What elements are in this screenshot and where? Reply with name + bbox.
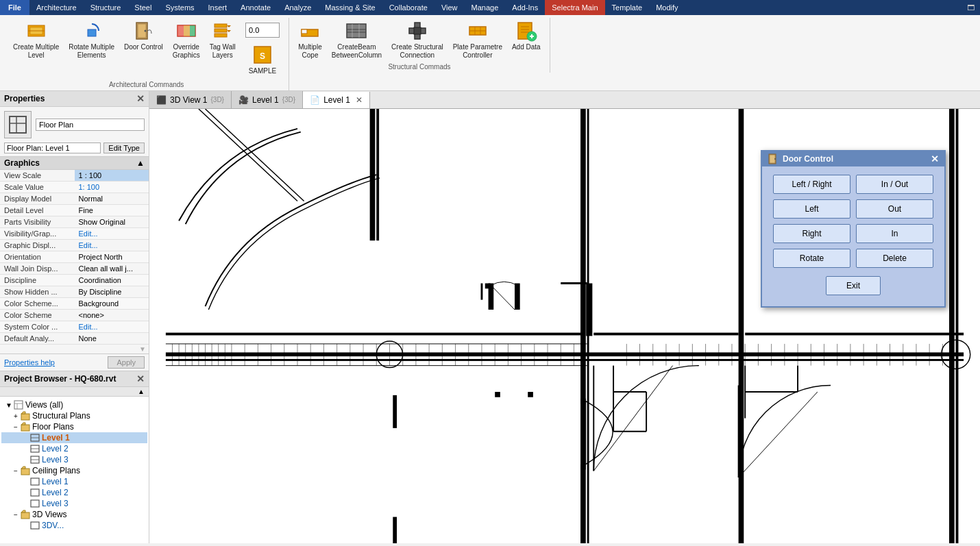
prop-row-system-color: System Color ... Edit... xyxy=(0,321,149,333)
scroll-up-btn[interactable]: ▲ xyxy=(134,387,149,396)
menu-manage[interactable]: Manage xyxy=(465,0,506,15)
rotate-multiple-btn[interactable]: Rotate MultipleElements xyxy=(65,18,118,62)
create-multiple-level-btn[interactable]: Create MultipleLevel xyxy=(10,18,62,62)
btn-out[interactable]: Out xyxy=(856,199,933,219)
browser-scroll-up[interactable]: ▲ xyxy=(0,387,149,397)
tab-level1-plan[interactable]: 📄 Level 1 ✕ xyxy=(303,92,370,109)
tree-toggle-ceiling: − xyxy=(11,467,21,475)
tree-fp-level2[interactable]: Level 2 xyxy=(1,443,147,454)
menu-selectra[interactable]: Selectra Main xyxy=(545,0,604,15)
dialog-exit-row: Exit xyxy=(773,276,933,295)
menu-template[interactable]: Template xyxy=(605,0,650,15)
plate-parameter-btn[interactable]: Plate ParametreController xyxy=(450,18,506,62)
dialog-close-btn[interactable]: ✕ xyxy=(931,153,939,164)
tree-views-all[interactable]: ▼ Views (all) xyxy=(1,399,147,410)
graphic-disp-value[interactable]: Edit... xyxy=(75,240,149,251)
create-structural-btn[interactable]: Create StructuralConnection xyxy=(388,18,447,62)
sample-btn[interactable]: S SAMPLE xyxy=(245,42,280,77)
svg-rect-148 xyxy=(528,392,533,397)
override-graphics-btn[interactable]: OverrideGraphics xyxy=(169,18,204,62)
tree-floor-plans[interactable]: − Floor Plans xyxy=(1,421,147,432)
tag-wall-layers-btn[interactable]: Tag WallLayers xyxy=(206,18,239,62)
sample-label: SAMPLE xyxy=(249,67,277,75)
view-icon-cp-l3 xyxy=(30,499,40,508)
edit-type-btn[interactable]: Edit Type xyxy=(103,142,145,153)
visibility-value[interactable]: Edit... xyxy=(75,228,149,240)
prop-row-parts-visibility: Parts Visibility Show Original xyxy=(0,216,149,228)
svg-rect-53 xyxy=(21,469,29,475)
menu-modify[interactable]: Modify xyxy=(649,0,685,15)
tree-3d-views[interactable]: − 3D Views xyxy=(1,509,147,520)
btn-left-right[interactable]: Left / Right xyxy=(773,175,850,194)
btn-exit[interactable]: Exit xyxy=(826,276,881,295)
prop-row-view-scale: View Scale 1 : 100 xyxy=(0,170,149,182)
menu-addins[interactable]: Add-Ins xyxy=(505,0,545,15)
svg-rect-58 xyxy=(31,522,39,529)
ribbon-group-arch: Create MultipleLevel Rotate MultipleElem… xyxy=(4,18,289,90)
menu-architecture[interactable]: Architecture xyxy=(29,0,84,15)
tree-fp-level3[interactable]: Level 3 xyxy=(1,454,147,465)
view-scale-value[interactable]: 1 : 100 xyxy=(75,170,149,182)
tree-fp-level1[interactable]: Level 1 xyxy=(1,432,147,443)
menu-systems[interactable]: Systems xyxy=(158,0,201,15)
properties-close-btn[interactable]: ✕ xyxy=(136,93,145,104)
tabs-bar: ⬛ 3D View 1 {3D} 🎥 Level 1 {3D} 📄 Level … xyxy=(149,91,980,109)
sample-input[interactable] xyxy=(245,23,280,38)
tree-structural-plans[interactable]: + Structural Plans xyxy=(1,410,147,421)
btn-in-out[interactable]: In / Out xyxy=(856,175,933,194)
btn-right[interactable]: Right xyxy=(773,224,850,243)
tree-fp-level1-label: Level 1 xyxy=(42,433,145,443)
create-beam-btn[interactable]: CreateBeamBetweenColumn xyxy=(328,18,385,62)
svg-rect-68 xyxy=(956,109,959,543)
tab-level1-3d[interactable]: 🎥 Level 1 {3D} xyxy=(232,91,303,108)
view-icon-fp-l1 xyxy=(30,433,40,443)
menu-structure[interactable]: Structure xyxy=(84,0,128,15)
type-selector-row: Floor Plan xyxy=(0,107,149,141)
tree-3dv1[interactable]: 3DV... xyxy=(1,520,147,531)
svg-rect-20 xyxy=(347,24,366,38)
properties-header: Properties ✕ xyxy=(0,91,149,107)
menu-file[interactable]: File xyxy=(0,0,29,15)
plate-parameter-label: Plate ParametreController xyxy=(453,43,502,60)
tree-cp-level3[interactable]: Level 3 xyxy=(1,498,147,509)
svg-rect-161 xyxy=(393,395,397,428)
tab-3dview1-label: 3D View 1 xyxy=(170,95,207,105)
menu-steel[interactable]: Steel xyxy=(127,0,158,15)
menu-massing[interactable]: Massing & Site xyxy=(318,0,382,15)
svg-rect-8 xyxy=(177,25,184,36)
door-control-btn[interactable]: Door Control xyxy=(121,18,167,53)
svg-rect-56 xyxy=(31,500,39,507)
tree-cp-level2[interactable]: Level 2 xyxy=(1,487,147,498)
svg-rect-138 xyxy=(745,333,964,336)
folder-icon-3d xyxy=(21,510,30,519)
canvas-area[interactable]: Door Control ✕ Left / Right In / Out Lef… xyxy=(149,109,980,543)
multiple-cope-btn[interactable]: MultipleCope xyxy=(295,18,325,62)
menu-insert[interactable]: Insert xyxy=(201,0,234,15)
dialog-row-4: Rotate Delete xyxy=(773,249,933,268)
floor-plan-level-select[interactable]: Floor Plan: Level 1 xyxy=(4,142,101,153)
btn-delete[interactable]: Delete xyxy=(856,249,933,268)
properties-help-link[interactable]: Properties help xyxy=(4,358,55,367)
tree-cp-level1[interactable]: Level 1 xyxy=(1,476,147,487)
add-data-btn[interactable]: Add Data xyxy=(509,18,544,53)
multiple-cope-icon xyxy=(299,20,321,42)
tab-close-btn[interactable]: ✕ xyxy=(356,95,363,105)
tree-ceiling-plans[interactable]: − Ceiling Plans xyxy=(1,465,147,476)
btn-in[interactable]: In xyxy=(856,224,933,243)
tab-3dview1[interactable]: ⬛ 3D View 1 {3D} xyxy=(149,91,232,108)
orientation-value: Project North xyxy=(75,251,149,263)
menu-analyze[interactable]: Analyze xyxy=(278,0,318,15)
btn-rotate[interactable]: Rotate xyxy=(773,249,850,268)
type-dropdown[interactable]: Floor Plan xyxy=(36,119,145,131)
tree-ceiling-label: Ceiling Plans xyxy=(32,466,145,475)
apply-btn[interactable]: Apply xyxy=(108,356,145,369)
browser-close-btn[interactable]: ✕ xyxy=(136,373,145,384)
graphics-section-header[interactable]: Graphics ▲ xyxy=(0,156,149,170)
menu-collaborate[interactable]: Collaborate xyxy=(382,0,434,15)
svg-rect-62 xyxy=(370,109,376,240)
btn-left[interactable]: Left xyxy=(773,199,850,219)
menu-annotate[interactable]: Annotate xyxy=(234,0,278,15)
prop-row-display-model: Display Model Normal xyxy=(0,193,149,205)
menu-view[interactable]: View xyxy=(434,0,465,15)
system-color-value[interactable]: Edit... xyxy=(75,321,149,333)
